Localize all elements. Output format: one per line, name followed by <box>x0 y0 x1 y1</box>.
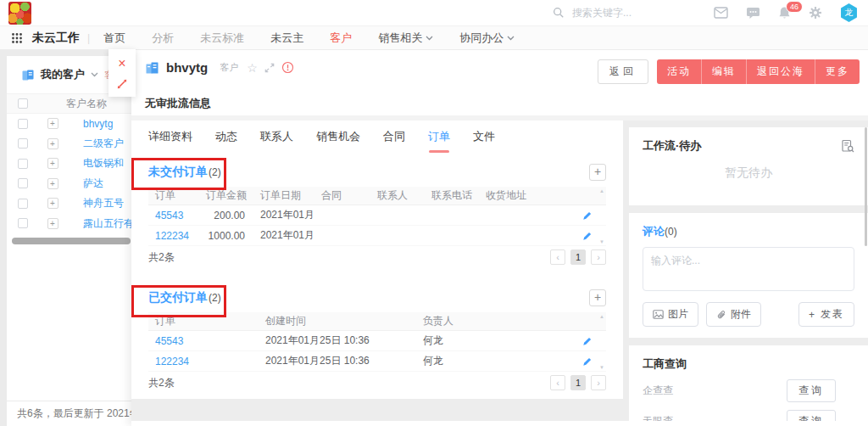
expand-plus-icon[interactable]: + <box>47 178 58 189</box>
customer-link[interactable]: bhvytg <box>66 118 113 130</box>
expand-plus-icon[interactable]: + <box>47 118 58 129</box>
row-checkbox[interactable] <box>18 138 28 149</box>
workspace-title[interactable]: 未云工作 <box>32 31 80 46</box>
edit-pencil-icon[interactable] <box>582 231 593 241</box>
mail-icon[interactable] <box>714 7 728 19</box>
expand-plus-icon[interactable]: + <box>47 158 58 169</box>
scroll-down-icon[interactable]: ▼ <box>599 239 604 244</box>
order-link[interactable]: 45543 <box>148 210 199 221</box>
business-lookup-card: 工商查询 企查查 查询 天眼查 查询 <box>629 345 868 421</box>
tab-orders[interactable]: 订单 <box>428 129 450 144</box>
list-item[interactable]: + 萨达 <box>7 174 136 194</box>
nav-item-sales[interactable]: 销售相关 <box>378 31 433 46</box>
customer-link[interactable]: 二级客户 <box>66 137 124 151</box>
next-page-button[interactable]: › <box>591 249 606 265</box>
next-page-button[interactable]: › <box>591 375 606 390</box>
favorite-star-icon[interactable]: ☆ <box>247 62 258 74</box>
notifications-bell-icon[interactable]: 46 <box>778 6 791 20</box>
back-button[interactable]: 返回 <box>598 59 648 84</box>
tab-contacts[interactable]: 联系人 <box>260 129 293 144</box>
prev-page-button[interactable]: ‹ <box>550 375 565 390</box>
list-item[interactable]: + 神舟五号 <box>7 193 136 214</box>
tianyancha-label: 天眼查 <box>643 414 673 421</box>
edit-pencil-icon[interactable] <box>582 356 593 367</box>
order-link[interactable]: 122234 <box>148 230 199 242</box>
current-page[interactable]: 1 <box>570 249 586 265</box>
more-button[interactable]: 更多 <box>815 59 860 84</box>
settings-gear-icon[interactable] <box>809 6 822 20</box>
edit-button[interactable]: 编辑 <box>702 59 747 84</box>
detail-side-panels: 工作流·待办 暂无待办 评论(0) 图片 附件 <box>623 121 868 421</box>
tab-opportunities[interactable]: 销售机会 <box>316 129 360 144</box>
customer-link[interactable]: 神舟五号 <box>66 196 124 210</box>
row-checkbox[interactable] <box>18 178 28 188</box>
nav-item-home[interactable]: 首页 <box>103 31 125 46</box>
list-view-title[interactable]: 我的客户 <box>41 67 85 82</box>
chat-icon[interactable] <box>746 7 760 20</box>
tab-contracts[interactable]: 合同 <box>383 129 405 144</box>
row-checkbox[interactable] <box>18 119 28 129</box>
edit-pencil-icon[interactable] <box>582 210 593 221</box>
tab-files[interactable]: 文件 <box>473 129 495 144</box>
order-amount: 1000.00 <box>199 230 253 242</box>
customer-link[interactable]: 电饭锅和 <box>66 156 124 171</box>
customer-link[interactable]: 露山五行有限 <box>66 216 136 231</box>
expand-diagonal-icon[interactable] <box>116 78 128 90</box>
tianyancha-query-button[interactable]: 查询 <box>787 410 836 421</box>
app-logo[interactable] <box>8 2 31 25</box>
seal-badge-icon[interactable] <box>281 61 294 74</box>
row-checkbox[interactable] <box>18 218 28 228</box>
comment-input[interactable] <box>643 247 854 291</box>
expand-plus-icon[interactable]: + <box>47 218 58 229</box>
publish-comment-button[interactable]: + 发表 <box>798 302 854 327</box>
col-order: 订单 <box>148 314 259 328</box>
workflow-log-icon[interactable] <box>841 139 854 153</box>
fullscreen-arrows-icon[interactable] <box>264 63 275 73</box>
vertical-scrollbar[interactable] <box>865 127 867 246</box>
apps-grid-icon[interactable] <box>11 32 23 44</box>
nav-item-customers[interactable]: 客户 <box>330 31 352 46</box>
order-link[interactable]: 122234 <box>148 356 259 367</box>
list-item[interactable]: + 露山五行有限 <box>7 214 136 234</box>
horizontal-scrollbar[interactable] <box>12 238 131 244</box>
add-attachment-button[interactable]: 附件 <box>706 302 761 327</box>
col-contract: 合同 <box>314 188 370 203</box>
chevron-down-icon[interactable] <box>91 72 98 77</box>
list-item[interactable]: + bhvytg <box>7 114 136 134</box>
qichacha-query-button[interactable]: 查询 <box>787 379 836 402</box>
scroll-up-icon[interactable]: ▲ <box>599 188 604 193</box>
tab-profile[interactable]: 详细资料 <box>148 129 192 144</box>
workflow-card: 工作流·待办 暂无待办 <box>629 127 868 205</box>
activity-button[interactable]: 活动 <box>657 59 702 84</box>
user-avatar[interactable]: 龙 <box>840 3 858 22</box>
list-item[interactable]: + 二级客户 <box>7 134 136 154</box>
tab-activity[interactable]: 动态 <box>215 129 237 144</box>
current-page[interactable]: 1 <box>570 375 586 390</box>
table-scrollbar[interactable]: ▲ ▼ <box>598 312 606 372</box>
nav-item-analysis[interactable]: 分析 <box>152 31 174 46</box>
scroll-up-icon[interactable]: ▲ <box>599 314 604 319</box>
order-link[interactable]: 45543 <box>148 335 259 347</box>
add-order-button[interactable]: + <box>589 289 606 306</box>
return-to-pool-button[interactable]: 退回公海 <box>747 59 815 84</box>
edit-pencil-icon[interactable] <box>582 336 593 346</box>
scroll-down-icon[interactable]: ▼ <box>599 365 604 370</box>
nav-item-collab[interactable]: 协同办公 <box>459 31 515 46</box>
expand-plus-icon[interactable]: + <box>47 198 58 209</box>
expand-plus-icon[interactable]: + <box>47 138 58 149</box>
row-checkbox[interactable] <box>18 199 28 209</box>
add-image-button[interactable]: 图片 <box>643 302 698 327</box>
row-checkbox[interactable] <box>18 159 28 169</box>
image-icon <box>653 310 664 319</box>
prev-page-button[interactable]: ‹ <box>550 249 565 265</box>
nav-item-standard[interactable]: 未云标准 <box>200 31 244 46</box>
nav-item-main[interactable]: 未云主 <box>270 31 303 46</box>
add-order-button[interactable]: + <box>589 164 606 181</box>
search-input[interactable] <box>572 7 708 19</box>
select-all-checkbox[interactable] <box>18 98 28 109</box>
customer-link[interactable]: 萨达 <box>66 177 103 191</box>
list-item[interactable]: + 电饭锅和 <box>7 154 136 174</box>
close-icon[interactable]: × <box>118 57 125 70</box>
qichacha-label: 企查查 <box>643 384 673 398</box>
table-scrollbar[interactable]: ▲ ▼ <box>598 187 606 246</box>
